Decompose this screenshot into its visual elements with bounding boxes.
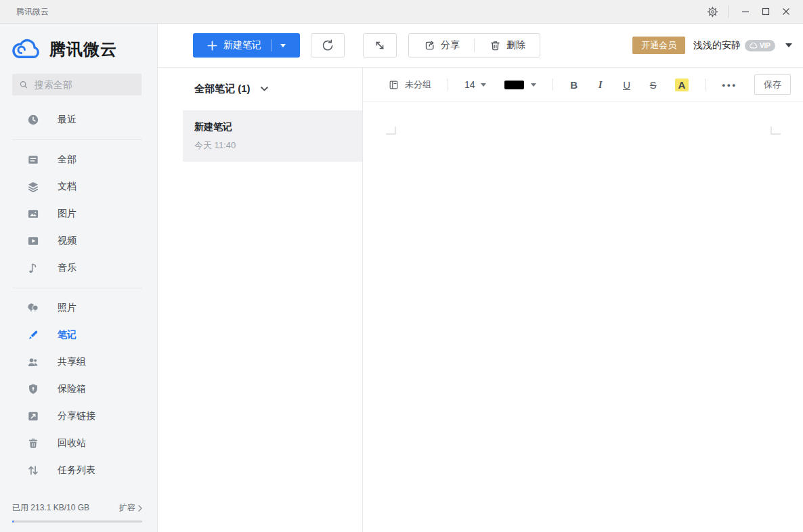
- sidebar-item-recent[interactable]: 最近: [0, 106, 157, 133]
- font-size-dropdown[interactable]: 14: [464, 79, 486, 90]
- weiyun-cloud-logo-icon: [11, 37, 43, 62]
- new-note-button-separator: [271, 39, 272, 51]
- sidebar-item-label: 文档: [58, 181, 77, 193]
- task-list-icon: [26, 463, 41, 478]
- more-options-button[interactable]: •••: [722, 80, 737, 90]
- vip-label: VIP: [760, 42, 771, 49]
- sidebar-item-label: 任务列表: [58, 464, 95, 476]
- minimize-button[interactable]: [735, 3, 756, 20]
- sidebar-item-label: 笔记: [58, 329, 77, 341]
- sidebar-item-label: 保险箱: [58, 383, 86, 395]
- storage-expand-label: 扩容: [119, 502, 135, 514]
- recycle-bin-icon: [26, 436, 41, 451]
- upgrade-membership-button[interactable]: 开通会员: [632, 37, 685, 54]
- chevron-down-icon[interactable]: [280, 44, 286, 47]
- share-button[interactable]: 分享: [409, 34, 474, 57]
- sidebar-item-label: 视频: [58, 235, 77, 247]
- sidebar-item-share-links[interactable]: 分享链接: [0, 403, 157, 430]
- sidebar-item-task-list[interactable]: 任务列表: [0, 457, 157, 484]
- new-note-button[interactable]: 新建笔记: [193, 33, 300, 58]
- strikethrough-button[interactable]: S: [649, 79, 658, 91]
- notes-list-header[interactable]: 全部笔记 (1): [158, 68, 362, 110]
- photos-icon: [26, 301, 41, 315]
- close-button[interactable]: [776, 3, 796, 20]
- documents-icon: [26, 179, 41, 194]
- minimize-icon: [741, 7, 750, 16]
- note-timestamp: 今天 11:40: [194, 139, 355, 152]
- gear-icon: [706, 5, 719, 18]
- notes-list-panel: 全部笔记 (1) 新建笔记 今天 11:40: [158, 68, 363, 532]
- safe-shield-icon: [26, 382, 41, 397]
- sidebar-nav: 最近 全部 文档: [0, 106, 157, 502]
- all-files-icon: [26, 152, 41, 167]
- refresh-icon: [320, 38, 335, 53]
- maximize-icon: [762, 7, 770, 16]
- format-buttons: B I U S A: [569, 79, 689, 91]
- trash-icon: [489, 39, 502, 52]
- note-group-selector[interactable]: 未分组: [388, 79, 431, 91]
- vip-cloud-icon: [750, 43, 758, 49]
- save-button[interactable]: 保存: [754, 74, 791, 95]
- storage-expand-link[interactable]: 扩容: [119, 502, 142, 514]
- sidebar-item-shared-group[interactable]: 共享组: [0, 349, 157, 376]
- storage-progress-fill: [12, 520, 14, 523]
- videos-icon: [26, 234, 41, 248]
- titlebar-separator: [728, 5, 729, 18]
- sidebar-item-all[interactable]: 全部: [0, 146, 157, 173]
- sidebar-item-label: 全部: [58, 154, 77, 166]
- sidebar-item-photos[interactable]: 照片: [0, 294, 157, 322]
- app-logo: 腾讯微云: [0, 24, 157, 74]
- note-group-label: 未分组: [405, 79, 431, 91]
- search-box[interactable]: [12, 74, 142, 95]
- titlebar: 腾讯微云: [0, 0, 803, 24]
- sidebar-item-documents[interactable]: 文档: [0, 173, 157, 200]
- chevron-down-icon: [531, 83, 536, 87]
- storage-footer: 已用 213.1 KB/10 GB 扩容: [0, 502, 157, 532]
- font-color-dropdown[interactable]: [504, 81, 536, 89]
- user-menu-caret-icon[interactable]: [785, 43, 792, 47]
- sidebar-item-safe[interactable]: 保险箱: [0, 376, 157, 403]
- search-input[interactable]: [35, 79, 135, 90]
- sidebar-item-label: 分享链接: [58, 410, 95, 422]
- chevron-down-icon: [481, 83, 486, 87]
- highlight-button[interactable]: A: [675, 79, 689, 91]
- sidebar-item-label: 最近: [58, 114, 77, 126]
- maximize-button[interactable]: [756, 3, 776, 20]
- expand-note-button[interactable]: [363, 33, 397, 58]
- underline-button[interactable]: U: [622, 79, 632, 91]
- window-controls: [702, 3, 803, 20]
- weiyun-window: 腾讯微云: [0, 0, 803, 532]
- sidebar-item-label: 共享组: [58, 356, 86, 368]
- note-editor-canvas[interactable]: [363, 102, 803, 532]
- sidebar-item-music[interactable]: 音乐: [0, 254, 157, 282]
- notes-list-header-label: 全部笔记 (1): [194, 83, 251, 95]
- sidebar-item-notes[interactable]: 笔记: [0, 322, 157, 349]
- sidebar-item-recycle-bin[interactable]: 回收站: [0, 430, 157, 457]
- canvas-corner-mark-left: [386, 127, 396, 135]
- sidebar-item-label: 图片: [58, 208, 77, 220]
- toolbar-divider: [705, 79, 706, 91]
- note-list-item[interactable]: 新建笔记 今天 11:40: [183, 110, 362, 162]
- delete-button[interactable]: 删除: [475, 34, 540, 57]
- settings-gear-button[interactable]: [702, 3, 722, 20]
- username: 浅浅的安静: [693, 39, 741, 51]
- toolbar-divider: [552, 79, 553, 91]
- italic-button[interactable]: I: [596, 79, 605, 91]
- app-logo-text: 腾讯微云: [49, 39, 117, 60]
- storage-progress-bar: [12, 520, 142, 523]
- bold-button[interactable]: B: [569, 79, 579, 91]
- vip-badge[interactable]: VIP: [745, 40, 775, 51]
- sidebar-item-pictures[interactable]: 图片: [0, 200, 157, 227]
- chevron-down-icon: [261, 87, 268, 91]
- close-icon: [782, 7, 790, 16]
- canvas-corner-mark-right: [771, 127, 781, 135]
- toolbar-divider: [448, 79, 448, 91]
- sidebar-item-videos[interactable]: 视频: [0, 227, 157, 254]
- sidebar-item-label: 照片: [58, 302, 77, 314]
- share-link-icon: [26, 409, 41, 424]
- new-note-label: 新建笔记: [223, 39, 261, 51]
- shared-group-icon: [26, 355, 41, 370]
- refresh-button[interactable]: [311, 33, 345, 58]
- main-area: 新建笔记: [158, 24, 803, 532]
- storage-used-text: 已用 213.1 KB/10 GB: [12, 502, 89, 514]
